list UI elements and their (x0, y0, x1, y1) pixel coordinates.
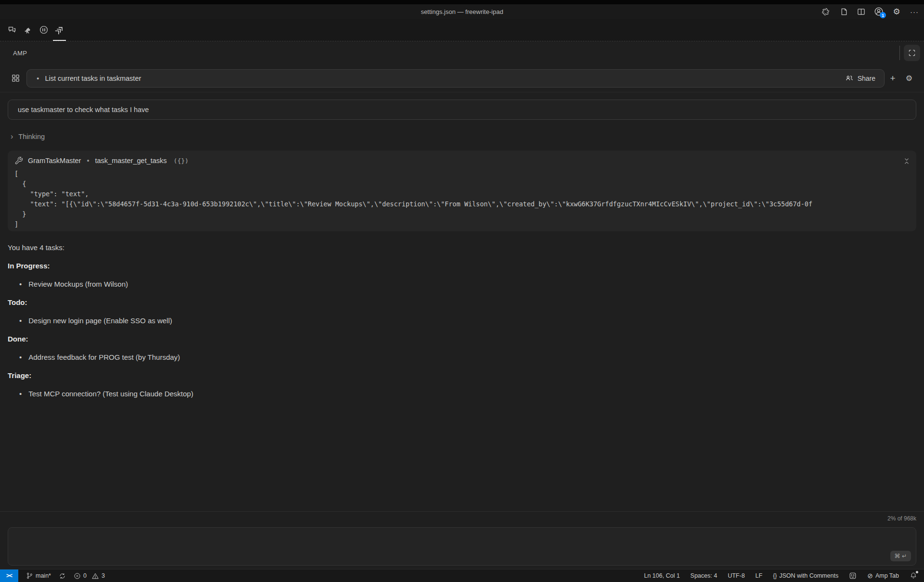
response-intro: You have 4 tasks: (8, 243, 916, 252)
section-title-done: Done: (8, 334, 916, 343)
language-mode[interactable]: {} JSON with Comments (773, 572, 838, 579)
notifications-bell-icon[interactable] (910, 572, 917, 580)
assistant-response: You have 4 tasks: In Progress: Review Mo… (8, 243, 916, 398)
window-titlebar: settings.json — freewrite-ipad (0, 4, 924, 19)
tool-name: task_master_get_tasks (95, 157, 167, 164)
window-top-strip (0, 0, 924, 4)
share-button[interactable]: Share (839, 72, 881, 85)
feedback-smiley-icon[interactable] (849, 572, 857, 580)
message-input-box[interactable]: ⌘ ↵ (8, 527, 916, 566)
task-item: Review Mockups (from Wilson) (19, 279, 916, 289)
tool-output-json: [ { "type": "text", "text": "[{\"id\":\"… (14, 169, 910, 229)
editor-tabs (0, 19, 924, 41)
sync-button[interactable] (59, 572, 66, 580)
circle-slash-icon: ⊘ (867, 572, 873, 579)
tab-amp-icon[interactable] (51, 19, 67, 41)
document-layout-icon[interactable] (837, 6, 849, 17)
panel-title: AMP (13, 50, 27, 57)
remote-indicator[interactable]: >< (0, 569, 18, 582)
task-item: Test MCP connection? (Test using Claude … (19, 389, 916, 398)
user-message: use taskmaster to check what tasks I hav… (8, 100, 916, 120)
thread-settings-icon[interactable]: ⚙ (901, 74, 917, 83)
tool-call-block: GramTaskMaster • task_master_get_tasks (… (8, 151, 916, 231)
copilot-icon[interactable] (820, 6, 831, 17)
tool-args: ({}) (174, 157, 189, 164)
task-list-triage: Test MCP connection? (Test using Claude … (8, 389, 916, 398)
git-branch-icon (26, 572, 33, 580)
share-label: Share (858, 75, 875, 82)
task-item: Design new login page (Enable SSO as wel… (19, 316, 916, 325)
thinking-label: Thinking (18, 133, 45, 140)
task-list-todo: Design new login page (Enable SSO as wel… (8, 316, 916, 325)
amp-tab-status[interactable]: ⊘ Amp Tab (867, 572, 899, 579)
section-title-triage: Triage: (8, 371, 916, 380)
section-title-in-progress: In Progress: (8, 261, 916, 270)
task-item: Address feedback for PROG test (by Thurs… (19, 353, 916, 362)
eol-sequence[interactable]: LF (756, 572, 763, 579)
account-badge: 1 (880, 12, 886, 18)
tab-comments-icon[interactable] (4, 19, 20, 41)
errors-count: 0 (83, 572, 87, 579)
account-icon[interactable]: 1 (873, 6, 885, 17)
thread-bar: ● List current tasks in taskmaster Share… (0, 64, 924, 92)
tab-robot-icon[interactable] (36, 19, 51, 41)
tool-call-header: GramTaskMaster • task_master_get_tasks (… (14, 156, 910, 165)
braces-icon: {} (773, 572, 777, 579)
split-editor-icon[interactable] (855, 6, 867, 17)
threads-grid-icon[interactable] (6, 69, 25, 88)
header-divider (899, 46, 900, 60)
titlebar-actions: 1 ⚙ ··· (820, 4, 920, 19)
sync-icon (59, 572, 66, 580)
chevron-right-icon: › (11, 132, 13, 141)
cmd-enter-shortcut: ⌘ ↵ (890, 551, 911, 561)
window-title: settings.json — freewrite-ipad (421, 8, 503, 15)
task-list-done: Address feedback for PROG test (by Thurs… (8, 353, 916, 362)
thread-status-dot: ● (37, 76, 39, 81)
cursor-position[interactable]: Ln 106, Col 1 (644, 572, 680, 579)
errors-icon (74, 572, 81, 580)
people-icon (845, 74, 854, 83)
context-usage: 2% of 968k (887, 515, 916, 522)
section-title-todo: Todo: (8, 298, 916, 307)
chat-scroll-area[interactable]: use taskmaster to check what tasks I hav… (0, 93, 924, 510)
fullscreen-button[interactable] (904, 45, 920, 61)
collapse-icon[interactable] (903, 157, 911, 165)
amp-panel-header: AMP (0, 42, 924, 64)
composer-divider (0, 511, 924, 512)
more-actions-icon[interactable]: ··· (909, 6, 920, 17)
thinking-toggle[interactable]: › Thinking (11, 132, 916, 141)
encoding[interactable]: UTF-8 (728, 572, 744, 579)
notification-dot (916, 571, 918, 573)
settings-gear-icon[interactable]: ⚙ (891, 6, 902, 17)
thread-title-bar[interactable]: ● List current tasks in taskmaster Share (26, 69, 885, 88)
tab-kangaroo-icon[interactable] (20, 19, 36, 41)
warnings-count: 3 (102, 572, 105, 579)
wrench-icon (14, 156, 23, 165)
new-thread-button[interactable]: + (885, 73, 901, 84)
status-bar: >< main* 0 3 Ln 106, (0, 569, 924, 582)
task-list-in-progress: Review Mockups (from Wilson) (8, 279, 916, 289)
message-input[interactable] (14, 531, 887, 561)
indentation[interactable]: Spaces: 4 (691, 572, 718, 579)
git-branch-status[interactable]: main* (26, 572, 51, 580)
warnings-icon (91, 572, 99, 580)
thread-title: List current tasks in taskmaster (45, 75, 839, 82)
tool-separator: • (87, 157, 89, 164)
tool-server-name: GramTaskMaster (28, 157, 81, 164)
problems-status[interactable]: 0 3 (74, 572, 105, 580)
